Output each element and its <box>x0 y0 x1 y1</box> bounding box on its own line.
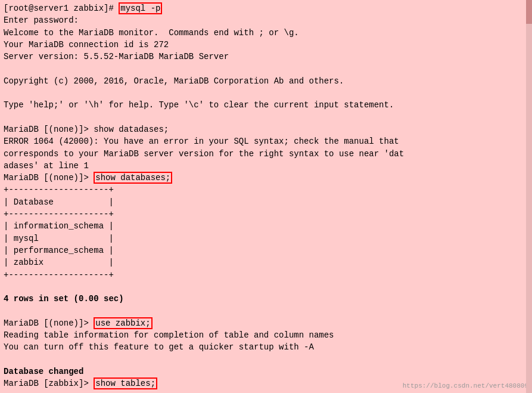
terminal-line: [root@server1 zabbix]# mysql -p <box>4 2 528 14</box>
terminal-line: | information_schema | <box>4 220 528 232</box>
scrollbar[interactable] <box>526 0 532 393</box>
terminal-line: Welcome to the MariaDB monitor. Commands… <box>4 27 528 39</box>
scrollbar-thumb[interactable] <box>526 0 532 24</box>
terminal-line: MariaDB [(none)]> show databases; <box>4 172 528 184</box>
terminal-line: ERROR 1064 (42000): You have an error in… <box>4 135 528 147</box>
terminal-line: | Database | <box>4 196 528 208</box>
terminal-line: | performance_schema | <box>4 245 528 256</box>
terminal-line: MariaDB [(none)]> use zabbix; <box>4 317 528 329</box>
terminal-line: Your MariaDB connection id is 272 <box>4 39 528 51</box>
terminal-line: +--------------------+ <box>4 208 528 220</box>
prompt: [root@server1 zabbix]# <box>4 4 119 13</box>
terminal-line: adases' at line 1 <box>4 160 528 172</box>
terminal-line <box>4 63 528 75</box>
terminal-line: MariaDB [(none)]> show datadases; <box>4 123 528 135</box>
terminal-line <box>4 305 528 317</box>
command-highlight: mysql -p <box>119 2 162 14</box>
terminal-line <box>4 281 528 293</box>
terminal-line <box>4 112 528 123</box>
terminal-line: Enter password: <box>4 14 528 26</box>
terminal-line: | mysql | <box>4 233 528 245</box>
command-highlight: use zabbix; <box>94 317 152 329</box>
terminal-line: You can turn off this feature to get a q… <box>4 341 528 353</box>
terminal-line: Reading table information for completion… <box>4 329 528 341</box>
terminal-line: corresponds to your MariaDB server versi… <box>4 148 528 160</box>
terminal-line: +--------------------+ <box>4 184 528 196</box>
terminal: [root@server1 zabbix]# mysql -p Enter pa… <box>0 0 532 393</box>
terminal-line <box>4 87 528 99</box>
terminal-line: Type 'help;' or '\h' for help. Type '\c'… <box>4 99 528 111</box>
terminal-line <box>4 354 528 366</box>
terminal-line: +---------------------------+ <box>4 390 528 394</box>
terminal-line: +--------------------+ <box>4 269 528 281</box>
command-highlight: show databases; <box>94 172 172 184</box>
terminal-line: Database changed <box>4 366 528 377</box>
command-highlight: show tables; <box>94 377 157 389</box>
watermark: https://blog.csdn.net/vert480809 <box>403 382 528 389</box>
terminal-line: | zabbix | <box>4 256 528 268</box>
terminal-line: Server version: 5.5.52-MariaDB MariaDB S… <box>4 51 528 63</box>
terminal-line: Copyright (c) 2000, 2016, Oracle, MariaD… <box>4 75 528 87</box>
terminal-line: 4 rows in set (0.00 sec) <box>4 293 528 305</box>
